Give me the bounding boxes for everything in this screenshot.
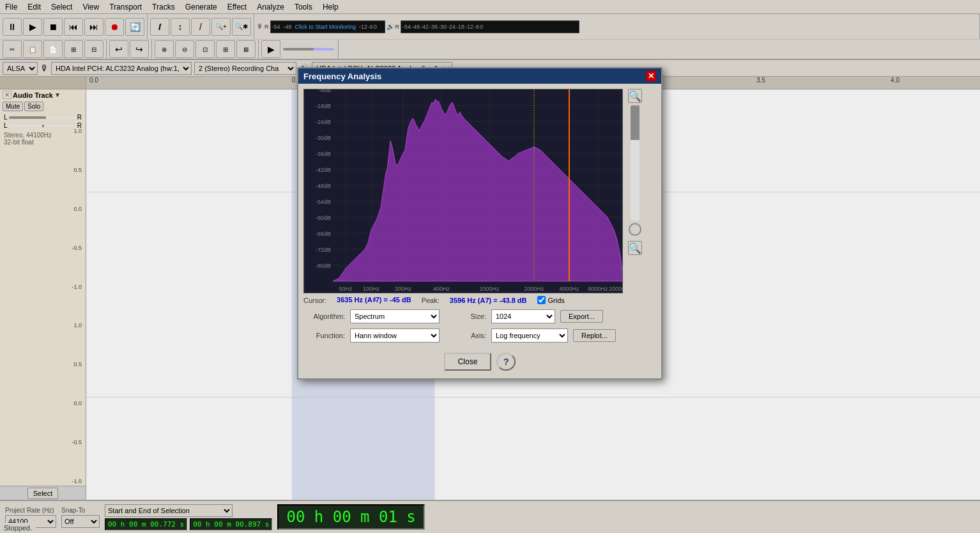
size-label: Size: bbox=[445, 313, 486, 320]
menu-file[interactable]: File bbox=[0, 1, 22, 13]
menu-transport[interactable]: Transport bbox=[104, 1, 147, 13]
selection-type-select[interactable]: Start and End of Selection bbox=[105, 504, 233, 517]
export-button[interactable]: Export... bbox=[560, 310, 603, 323]
undo-button[interactable]: ↩ bbox=[109, 40, 128, 58]
zoom-track-button[interactable]: ⊠ bbox=[236, 40, 256, 58]
play-button[interactable]: ▶ bbox=[23, 18, 42, 36]
grids-checkbox-area: Grids bbox=[537, 296, 565, 304]
grids-checkbox[interactable] bbox=[537, 296, 546, 304]
stopped-status: Stopped. bbox=[0, 523, 36, 533]
dialog-title-bar: Frequency Analysis ✕ bbox=[298, 68, 661, 84]
menu-edit[interactable]: Edit bbox=[22, 1, 46, 13]
envelop-tool[interactable]: ↕ bbox=[171, 18, 190, 36]
zoom-sel-button[interactable]: ⊞ bbox=[216, 40, 235, 58]
record-button[interactable]: ⏺ bbox=[105, 18, 124, 36]
axis-select[interactable]: Log frequency bbox=[491, 328, 568, 343]
svg-text:-54dB: -54dB bbox=[316, 199, 331, 205]
svg-text:4000Hz: 4000Hz bbox=[559, 286, 579, 292]
track-close-btn[interactable]: ✕ bbox=[3, 91, 11, 99]
track-dropdown-icon: ▼ bbox=[54, 91, 61, 98]
redo-button[interactable]: ↪ bbox=[130, 40, 149, 58]
zoom-in-button[interactable]: ⊕ bbox=[155, 40, 174, 58]
snap-to-select[interactable]: Off bbox=[61, 515, 100, 528]
play-at-button[interactable]: ▶ bbox=[261, 40, 280, 58]
trim-button[interactable]: ⊞ bbox=[64, 40, 83, 58]
cursor-label: Cursor: bbox=[303, 297, 326, 304]
click-to-monitor[interactable]: Click to Start Monitoring bbox=[295, 24, 356, 30]
ruler-mark-35: 3.5 bbox=[756, 77, 765, 84]
menu-select[interactable]: Select bbox=[46, 1, 77, 13]
ruler-mark-4: 4.0 bbox=[891, 77, 900, 84]
menu-tracks[interactable]: Tracks bbox=[147, 1, 180, 13]
freq-zoom-in-btn[interactable]: 🔍 bbox=[628, 89, 642, 103]
function-row: Function: Hann window Axis: Log frequenc… bbox=[303, 328, 656, 343]
input-device-select[interactable]: HDA Intel PCH: ALC3232 Analog (hw:1,0) bbox=[51, 62, 192, 75]
menu-generate[interactable]: Generate bbox=[180, 1, 222, 13]
selection-end-input[interactable]: 00 h 00 m 00.897 s bbox=[190, 518, 272, 530]
zoom-out-tool[interactable]: 🔍✱ bbox=[232, 18, 251, 36]
svg-text:20000Hz: 20000Hz bbox=[609, 286, 623, 292]
dialog-close-button[interactable]: ✕ bbox=[646, 71, 656, 81]
silence-button[interactable]: ⊟ bbox=[84, 40, 103, 58]
output-label: R bbox=[395, 24, 400, 30]
zoom-in-tool[interactable]: 🔍+ bbox=[211, 18, 231, 36]
zoom-fit-button[interactable]: ⊡ bbox=[195, 40, 215, 58]
menu-view[interactable]: View bbox=[77, 1, 104, 13]
pause-button[interactable]: ⏸ bbox=[3, 18, 22, 36]
function-select[interactable]: Hann window bbox=[350, 328, 440, 343]
close-button[interactable]: Close bbox=[444, 353, 492, 371]
y-n05: -0.5 bbox=[72, 245, 82, 251]
svg-text:400Hz: 400Hz bbox=[433, 286, 450, 292]
y-n05b: -0.5 bbox=[72, 439, 82, 445]
algorithm-label: Algorithm: bbox=[303, 313, 345, 320]
svg-text:-24dB: -24dB bbox=[316, 119, 331, 125]
paste-button[interactable]: 📄 bbox=[43, 40, 63, 58]
svg-text:-48dB: -48dB bbox=[316, 183, 331, 189]
copy-button[interactable]: 📋 bbox=[23, 40, 42, 58]
dialog-title-text: Frequency Analysis bbox=[303, 72, 381, 81]
y-n1: -1.0 bbox=[72, 284, 82, 290]
menu-help[interactable]: Help bbox=[318, 1, 344, 13]
wf-y-scale: 1.0 0.5 0.0 -0.5 -1.0 1.0 0.5 0.0 -0.5 -… bbox=[72, 128, 82, 484]
output-meter[interactable]: -54 -48 -42 -36 -30 -24 -18 -12 -6 0 bbox=[401, 20, 579, 33]
input-channels-select[interactable]: 2 (Stereo) Recording Cha bbox=[194, 62, 296, 75]
menu-effect[interactable]: Effect bbox=[222, 1, 252, 13]
stop-button[interactable]: ⏹ bbox=[43, 18, 63, 36]
audio-host-select[interactable]: ALSA bbox=[3, 62, 38, 75]
size-select[interactable]: 1024 bbox=[491, 309, 555, 323]
menubar: File Edit Select View Transport Tracks G… bbox=[0, 0, 980, 14]
selection-start-input[interactable]: 00 h 00 m 00.772 s bbox=[105, 518, 187, 530]
axis-label: Axis: bbox=[445, 332, 486, 339]
stopped-text: Stopped. bbox=[4, 524, 32, 532]
solo-button[interactable]: Solo bbox=[24, 102, 43, 111]
skip-end-button[interactable]: ⏭ bbox=[84, 18, 103, 36]
volume-slider[interactable] bbox=[9, 116, 76, 119]
mute-button[interactable]: Mute bbox=[3, 102, 23, 111]
skip-start-button[interactable]: ⏮ bbox=[64, 18, 83, 36]
select-button[interactable]: Select bbox=[27, 488, 59, 499]
y-05: 0.5 bbox=[72, 167, 82, 173]
loop-button[interactable]: 🔄 bbox=[125, 18, 144, 36]
zoom-out-button[interactable]: ⊖ bbox=[175, 40, 194, 58]
y-n1b: -1.0 bbox=[72, 478, 82, 484]
freq-zoom-slider[interactable] bbox=[631, 105, 639, 220]
ibeam-tool[interactable]: I bbox=[150, 18, 169, 36]
replot-button[interactable]: Replot... bbox=[573, 329, 616, 342]
svg-text:2000Hz: 2000Hz bbox=[524, 286, 544, 292]
svg-text:-72dB: -72dB bbox=[316, 247, 331, 253]
pan-l: L bbox=[4, 122, 8, 129]
playback-speed-slider[interactable] bbox=[283, 48, 334, 50]
draw-tool[interactable]: / bbox=[191, 18, 210, 36]
pan-slider[interactable] bbox=[9, 125, 76, 127]
menu-analyze[interactable]: Analyze bbox=[252, 1, 289, 13]
menu-tools[interactable]: Tools bbox=[289, 1, 318, 13]
cut-button[interactable]: ✂ bbox=[3, 40, 22, 58]
transport-controls: ⏸ ▶ ⏹ ⏮ ⏭ ⏺ 🔄 bbox=[0, 14, 148, 39]
input-meter[interactable]: -54 -48 Click to Start Monitoring -12 -6… bbox=[270, 20, 385, 33]
algorithm-select[interactable]: Spectrum bbox=[350, 309, 440, 323]
help-button[interactable]: ? bbox=[496, 353, 516, 371]
freq-zoom-out-btn[interactable]: 🔍 bbox=[628, 241, 642, 255]
y-1: 1.0 bbox=[72, 128, 82, 134]
ruler-mark-0: 0.0 bbox=[89, 77, 98, 84]
svg-text:-18dB: -18dB bbox=[316, 103, 331, 109]
